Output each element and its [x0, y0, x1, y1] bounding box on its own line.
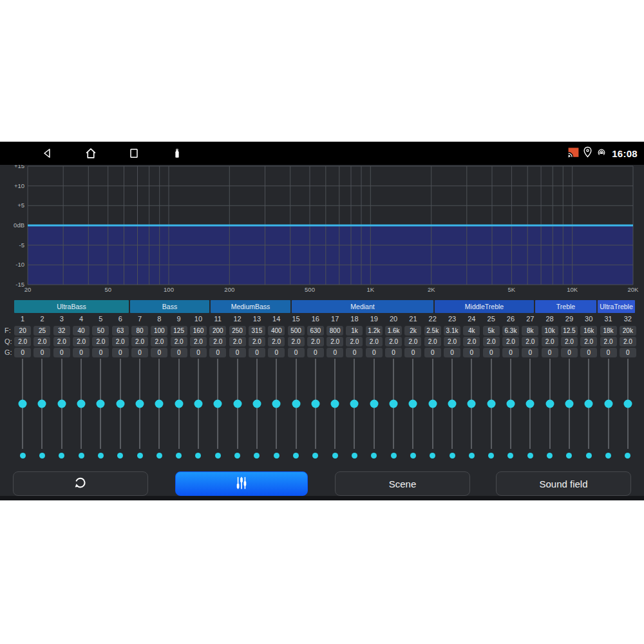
channel-indicator-dot[interactable]: [215, 453, 221, 459]
channel-indicator-dot[interactable]: [566, 453, 572, 459]
slider-knob[interactable]: [155, 400, 164, 408]
channel-indicator-dot[interactable]: [20, 453, 26, 459]
channel-indicator-dot[interactable]: [59, 453, 64, 459]
gain-value[interactable]: 0: [151, 348, 167, 357]
gain-slider[interactable]: [579, 359, 598, 449]
q-value[interactable]: 2.0: [600, 337, 617, 346]
gain-value[interactable]: 0: [366, 348, 383, 357]
channel-indicator-dot[interactable]: [527, 453, 533, 459]
gain-value[interactable]: 0: [209, 348, 226, 357]
gain-slider[interactable]: [501, 359, 520, 449]
gain-slider[interactable]: [423, 359, 442, 449]
gain-slider[interactable]: [286, 359, 305, 449]
channel-indicator-dot[interactable]: [430, 453, 435, 459]
gain-slider[interactable]: [111, 359, 130, 449]
q-value[interactable]: 2.0: [14, 337, 31, 346]
freq-value[interactable]: 200: [209, 326, 226, 336]
q-value[interactable]: 2.0: [366, 337, 383, 346]
gain-value[interactable]: 0: [131, 348, 148, 357]
channel-indicator-dot[interactable]: [332, 453, 338, 459]
gain-value[interactable]: 0: [33, 348, 50, 357]
q-value[interactable]: 2.0: [483, 337, 500, 346]
band-group-ultrabass[interactable]: UltraBass: [14, 300, 129, 313]
gain-value[interactable]: 0: [561, 348, 578, 357]
gain-value[interactable]: 0: [327, 348, 343, 357]
freq-value[interactable]: 50: [92, 326, 109, 336]
gain-value[interactable]: 0: [404, 348, 421, 357]
freq-value[interactable]: 20: [14, 326, 31, 336]
q-value[interactable]: 2.0: [502, 337, 519, 346]
gain-slider[interactable]: [598, 359, 618, 449]
gain-slider[interactable]: [365, 359, 384, 449]
gain-slider[interactable]: [482, 359, 501, 449]
freq-value[interactable]: 125: [171, 326, 187, 336]
gain-slider[interactable]: [91, 359, 110, 449]
freq-value[interactable]: 40: [73, 326, 90, 336]
sound-field-button[interactable]: Sound field: [496, 471, 631, 496]
slider-knob[interactable]: [194, 400, 202, 408]
band-group-middletreble[interactable]: MiddleTreble: [435, 300, 534, 313]
channel-indicator-dot[interactable]: [293, 453, 299, 459]
slider-knob[interactable]: [214, 400, 222, 408]
freq-value[interactable]: 8k: [522, 326, 538, 336]
q-value[interactable]: 2.0: [53, 337, 70, 346]
q-value[interactable]: 2.0: [307, 337, 324, 346]
slider-knob[interactable]: [409, 400, 417, 408]
gain-slider[interactable]: [52, 359, 71, 449]
gain-value[interactable]: 0: [288, 348, 305, 357]
q-value[interactable]: 2.0: [171, 337, 187, 346]
freq-value[interactable]: 32: [53, 326, 70, 336]
slider-knob[interactable]: [506, 400, 515, 408]
gain-slider[interactable]: [540, 359, 559, 449]
band-group-mediant[interactable]: Mediant: [292, 300, 433, 313]
freq-value[interactable]: 63: [112, 326, 129, 336]
q-value[interactable]: 2.0: [33, 337, 50, 346]
slider-knob[interactable]: [565, 400, 573, 408]
gain-slider[interactable]: [306, 359, 325, 449]
q-value[interactable]: 2.0: [249, 337, 265, 346]
q-value[interactable]: 2.0: [268, 337, 285, 346]
channel-indicator-dot[interactable]: [410, 453, 416, 459]
q-value[interactable]: 2.0: [92, 337, 109, 346]
q-value[interactable]: 2.0: [229, 337, 246, 346]
slider-knob[interactable]: [350, 400, 359, 408]
channel-indicator-dot[interactable]: [156, 453, 162, 459]
slider-knob[interactable]: [136, 400, 144, 408]
slider-knob[interactable]: [604, 400, 612, 408]
band-group-bass[interactable]: Bass: [130, 300, 209, 313]
scene-button[interactable]: Scene: [335, 471, 470, 496]
gain-value[interactable]: 0: [268, 348, 285, 357]
freq-value[interactable]: 5k: [483, 326, 500, 336]
slider-knob[interactable]: [38, 400, 46, 408]
freq-value[interactable]: 1.6k: [385, 326, 402, 336]
gain-value[interactable]: 0: [249, 348, 265, 357]
gain-value[interactable]: 0: [229, 348, 246, 357]
gain-slider[interactable]: [13, 359, 32, 449]
slider-knob[interactable]: [97, 400, 105, 408]
gain-slider[interactable]: [208, 359, 227, 449]
slider-knob[interactable]: [526, 400, 535, 408]
slider-knob[interactable]: [57, 400, 66, 408]
slider-knob[interactable]: [116, 400, 124, 408]
gain-slider[interactable]: [384, 359, 403, 449]
freq-value[interactable]: 80: [131, 326, 148, 336]
gain-value[interactable]: 0: [14, 348, 31, 357]
channel-indicator-dot[interactable]: [450, 453, 455, 459]
channel-indicator-dot[interactable]: [195, 453, 201, 459]
channel-indicator-dot[interactable]: [254, 453, 260, 459]
q-value[interactable]: 2.0: [288, 337, 305, 346]
channel-indicator-dot[interactable]: [391, 453, 397, 459]
slider-knob[interactable]: [311, 400, 319, 408]
freq-value[interactable]: 6.3k: [502, 326, 519, 336]
q-value[interactable]: 2.0: [131, 337, 148, 346]
freq-value[interactable]: 800: [327, 326, 343, 336]
gain-slider[interactable]: [189, 359, 208, 449]
q-value[interactable]: 2.0: [385, 337, 402, 346]
back-icon[interactable]: [40, 146, 55, 161]
gain-slider[interactable]: [130, 359, 149, 449]
gain-slider[interactable]: [325, 359, 345, 449]
gain-value[interactable]: 0: [73, 348, 90, 357]
gain-value[interactable]: 0: [463, 348, 480, 357]
gain-value[interactable]: 0: [112, 348, 129, 357]
gain-slider[interactable]: [462, 359, 481, 449]
